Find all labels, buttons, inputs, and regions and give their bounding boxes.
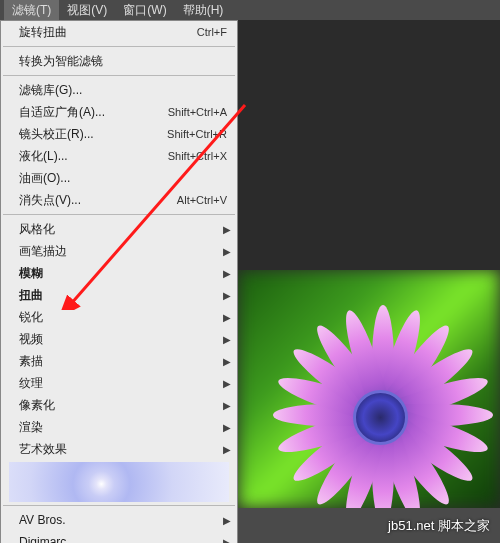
menu-filter[interactable]: 滤镜(T)	[4, 0, 59, 21]
submenu-arrow-icon: ▶	[223, 422, 231, 433]
watermark-url: jb51.net	[388, 518, 434, 533]
menu-item[interactable]: 镜头校正(R)...Shift+Ctrl+R	[1, 123, 237, 145]
menu-help[interactable]: 帮助(H)	[175, 0, 232, 21]
menu-item-shortcut: Shift+Ctrl+A	[168, 106, 227, 118]
menu-item[interactable]: 艺术效果▶	[1, 438, 237, 460]
submenu-arrow-icon: ▶	[223, 444, 231, 455]
submenu-arrow-icon: ▶	[223, 400, 231, 411]
menu-item[interactable]: 素描▶	[1, 350, 237, 372]
menu-item-label: 消失点(V)...	[19, 192, 177, 209]
menu-item[interactable]: 滤镜库(G)...	[1, 79, 237, 101]
menu-item-label: 镜头校正(R)...	[19, 126, 167, 143]
menu-item-label: 扭曲	[19, 287, 227, 304]
submenu-arrow-icon: ▶	[223, 356, 231, 367]
menu-item-shortcut: Ctrl+F	[197, 26, 227, 38]
menu-item-label: 渲染	[19, 419, 227, 436]
menu-item[interactable]: Digimarc▶	[1, 531, 237, 543]
flower-image	[238, 270, 500, 508]
menu-separator	[3, 75, 235, 76]
submenu-arrow-icon: ▶	[223, 515, 231, 526]
menu-view[interactable]: 视图(V)	[59, 0, 115, 21]
menu-item[interactable]: 画笔描边▶	[1, 240, 237, 262]
menu-item[interactable]: 纹理▶	[1, 372, 237, 394]
menu-item-label: 油画(O)...	[19, 170, 227, 187]
submenu-arrow-icon: ▶	[223, 312, 231, 323]
menu-item-label: 转换为智能滤镜	[19, 53, 227, 70]
submenu-arrow-icon: ▶	[223, 334, 231, 345]
menu-item-shortcut: Alt+Ctrl+V	[177, 194, 227, 206]
menu-item[interactable]: 锐化▶	[1, 306, 237, 328]
menu-item[interactable]: 扭曲▶	[1, 284, 237, 306]
menu-item-label: 素描	[19, 353, 227, 370]
menu-item[interactable]: 渲染▶	[1, 416, 237, 438]
menu-item-label: 滤镜库(G)...	[19, 82, 227, 99]
menu-item-label: 旋转扭曲	[19, 24, 197, 41]
menu-item-label: 模糊	[19, 265, 227, 282]
submenu-arrow-icon: ▶	[223, 537, 231, 544]
watermark: jb51.net 脚本之家	[388, 517, 490, 535]
menu-item[interactable]: 自适应广角(A)...Shift+Ctrl+A	[1, 101, 237, 123]
menu-item[interactable]: 视频▶	[1, 328, 237, 350]
menu-item-label: 视频	[19, 331, 227, 348]
watermark-text: 脚本之家	[438, 518, 490, 533]
menu-item-label: 画笔描边	[19, 243, 227, 260]
menu-item-label: 自适应广角(A)...	[19, 104, 168, 121]
submenu-arrow-icon: ▶	[223, 246, 231, 257]
menu-item-label: 风格化	[19, 221, 227, 238]
menu-window[interactable]: 窗口(W)	[115, 0, 174, 21]
menu-item-label: 纹理	[19, 375, 227, 392]
menu-item[interactable]: 消失点(V)...Alt+Ctrl+V	[1, 189, 237, 211]
menu-item[interactable]: 风格化▶	[1, 218, 237, 240]
menu-separator	[3, 505, 235, 506]
canvas-area	[238, 20, 500, 508]
menu-separator	[3, 214, 235, 215]
menu-item[interactable]: 像素化▶	[1, 394, 237, 416]
menu-item-label: 像素化	[19, 397, 227, 414]
menu-item-shortcut: Shift+Ctrl+X	[168, 150, 227, 162]
menu-item[interactable]: 转换为智能滤镜	[1, 50, 237, 72]
menu-item[interactable]: AV Bros.▶	[1, 509, 237, 531]
menu-item[interactable]: 液化(L)...Shift+Ctrl+X	[1, 145, 237, 167]
submenu-arrow-icon: ▶	[223, 268, 231, 279]
menu-separator	[3, 46, 235, 47]
menu-item-shortcut: Shift+Ctrl+R	[167, 128, 227, 140]
menu-item-label: Digimarc	[19, 535, 227, 543]
filter-menu-dropdown: 旋转扭曲Ctrl+F转换为智能滤镜滤镜库(G)...自适应广角(A)...Shi…	[0, 20, 238, 543]
menu-item[interactable]: 模糊▶	[1, 262, 237, 284]
submenu-arrow-icon: ▶	[223, 290, 231, 301]
menubar: 滤镜(T)视图(V)窗口(W)帮助(H)	[0, 0, 500, 20]
filter-preview-thumb	[9, 462, 229, 502]
menu-item[interactable]: 油画(O)...	[1, 167, 237, 189]
menu-item-label: 艺术效果	[19, 441, 227, 458]
menu-item-label: AV Bros.	[19, 513, 227, 527]
submenu-arrow-icon: ▶	[223, 224, 231, 235]
menu-item-label: 液化(L)...	[19, 148, 168, 165]
menu-item-label: 锐化	[19, 309, 227, 326]
menu-item[interactable]: 旋转扭曲Ctrl+F	[1, 21, 237, 43]
submenu-arrow-icon: ▶	[223, 378, 231, 389]
